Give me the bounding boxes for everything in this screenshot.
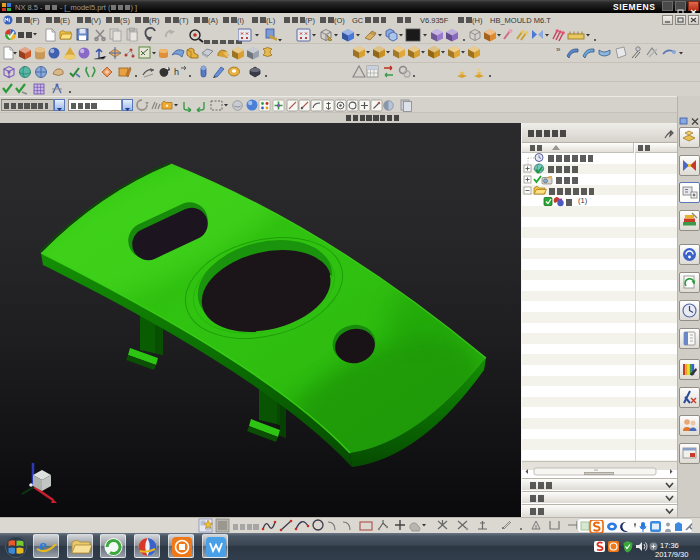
svg-text:h: h bbox=[174, 67, 179, 77]
svg-text:»: » bbox=[556, 45, 561, 54]
